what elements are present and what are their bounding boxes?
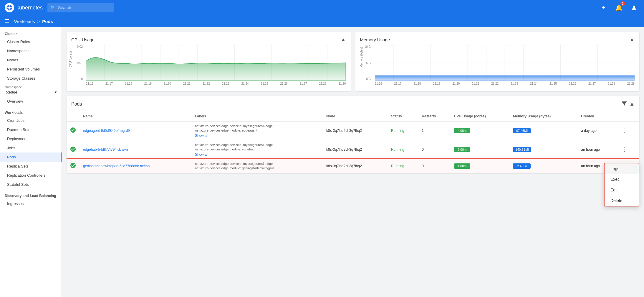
memory-chart-title: Memory Usage	[360, 37, 390, 42]
memory-y-axis: 10 Gi 5 Gi 0 Gi	[360, 45, 373, 81]
memory-x-tick-10: 21:26	[569, 82, 576, 85]
th-node: Node	[323, 111, 388, 122]
cpu-x-tick-4: 21:20	[164, 82, 171, 85]
cpu-x-tick-2: 21:18	[125, 82, 132, 85]
context-menu-item-exec[interactable]: Exec	[605, 174, 639, 185]
sidebar-item-persistent-volumes[interactable]: Persistent Volumes	[0, 65, 62, 74]
sidebar-item-jobs[interactable]: Jobs	[0, 143, 62, 152]
sidebar-item-ingresses[interactable]: Ingresses	[0, 199, 62, 208]
th-labels: Labels	[191, 111, 323, 122]
sidebar-item-storage-classes[interactable]: Storage Classes	[0, 74, 62, 83]
memory-x-tick-0: 21:16	[375, 82, 382, 85]
sidebar-item-namespaces[interactable]: Namespaces	[0, 46, 62, 55]
sidebar-item-deployments[interactable]: Deployments	[0, 134, 62, 143]
pod1-created: a day ago	[577, 122, 617, 140]
table-row: edgeagent-6d5df849bf-mgrd9 net.azure-dev…	[67, 122, 639, 140]
th-status-text: Status	[388, 111, 418, 122]
cpu-chart-plot	[86, 45, 346, 81]
cpu-chart-area: CPU (cores) 0.02 0.01 0	[71, 45, 346, 86]
sidebar-item-cluster-roles[interactable]: Cluster Roles	[0, 37, 62, 46]
pod3-restarts: 0	[418, 159, 450, 173]
th-restarts: Restarts	[418, 111, 450, 122]
memory-x-tick-8: 21:24	[530, 82, 537, 85]
pod2-status: Running	[388, 140, 418, 159]
pod2-status-icon	[67, 140, 80, 159]
pod1-node: k8s-3q7lhq2cl-3q7lhq2	[323, 122, 388, 140]
cpu-y-tick-2: 0	[81, 77, 83, 81]
cpu-x-tick-10: 21:26	[280, 82, 288, 85]
pod1-name-link[interactable]: edgeagent-6d5df849bf-mgrd9	[83, 129, 130, 133]
th-memory: Memory Usage (bytes)	[509, 111, 577, 122]
pod3-name-link[interactable]: gettingstartedwithgpus-6cd778868c-nxfmb	[83, 164, 150, 168]
breadcrumb-separator: >	[37, 19, 40, 24]
pod1-memory: 67.45Mi	[509, 122, 577, 140]
search-input[interactable]	[47, 3, 114, 12]
sidebar-item-overview[interactable]: Overview	[0, 97, 62, 106]
sidebar-item-daemon-sets[interactable]: Daemon Sets	[0, 125, 62, 134]
account-button[interactable]	[629, 2, 639, 13]
pod1-labels: net.azure-devices.edge.deviceid: myasegp…	[191, 122, 323, 140]
pod2-cpu: 2.00m	[451, 140, 510, 159]
filter-button[interactable]	[622, 101, 627, 107]
cpu-x-tick-9: 21:25	[261, 82, 268, 85]
breadcrumb-workloads[interactable]: Workloads	[14, 19, 35, 24]
sidebar-item-pods[interactable]: Pods	[0, 152, 62, 162]
memory-x-tick-3: 21:19	[433, 82, 440, 85]
cpu-x-tick-12: 21:28	[319, 82, 326, 85]
cpu-chart-collapse-button[interactable]: ▲	[341, 37, 346, 43]
pod3-cpu-value: 1.00m	[454, 163, 470, 169]
memory-x-tick-12: 21:28	[608, 82, 615, 85]
pod3-status-icon	[67, 159, 80, 173]
pod2-actions-button[interactable]: ⋮	[620, 146, 628, 153]
sidebar-item-stateful-sets[interactable]: Stateful Sets	[0, 180, 62, 189]
main-layout: Cluster Cluster Roles Namespaces Nodes P…	[0, 27, 644, 297]
pod1-cpu: 4.00m	[451, 122, 510, 140]
cpu-x-tick-1: 21:17	[105, 82, 113, 85]
memory-y-tick-0: 10 Gi	[365, 45, 372, 48]
cpu-x-axis: 21:16 21:17 21:18 21:19 21:20 21:21 21:2…	[86, 81, 346, 86]
memory-x-tick-9: 21:25	[549, 82, 557, 85]
context-menu-item-logs[interactable]: Logs	[605, 163, 639, 174]
memory-chart-area: Memory (bytes) 10 Gi 5 Gi 0 Gi	[360, 45, 635, 86]
pod3-cpu: 1.00m	[451, 159, 510, 173]
sidebar-item-replication-controllers[interactable]: Replication Controllers	[0, 171, 62, 180]
add-button[interactable]: +	[598, 2, 609, 13]
svg-point-10	[633, 6, 635, 8]
pod2-created: an hour ago	[577, 140, 617, 159]
pods-card: Pods ▲ Name Labels	[67, 96, 639, 173]
cpu-x-tick-0: 21:16	[86, 82, 93, 85]
namespace-value-row[interactable]: iotedge ▾	[5, 90, 57, 94]
context-menu-item-delete[interactable]: Delete	[605, 195, 639, 206]
th-cpu: CPU Usage (cores)	[451, 111, 510, 122]
memory-chart-collapse-button[interactable]: ▲	[629, 37, 635, 43]
pod3-node: k8s-3q7lhq2cl-3q7lhq2	[323, 159, 388, 173]
pods-title: Pods	[71, 101, 82, 107]
sidebar-item-cron-jobs[interactable]: Cron Jobs	[0, 116, 62, 125]
memory-y-tick-1: 5 Gi	[366, 61, 371, 65]
namespace-dropdown-icon: ▾	[55, 90, 57, 94]
pods-collapse-button[interactable]: ▲	[629, 101, 635, 107]
pod2-name-link[interactable]: edgehub-54d877f794-dcwvn	[83, 147, 128, 152]
pod2-name: edgehub-54d877f794-dcwvn	[80, 140, 191, 159]
notifications-button[interactable]: 🔔 3	[613, 2, 624, 13]
pod1-actions-button[interactable]: ⋮	[620, 127, 628, 134]
pod2-show-all-link[interactable]: Show all	[195, 152, 319, 157]
context-menu-item-edit[interactable]: Edit	[605, 185, 639, 195]
th-created: Created	[577, 111, 617, 122]
cpu-x-tick-11: 21:27	[299, 82, 307, 85]
sidebar-item-nodes[interactable]: Nodes	[0, 55, 62, 65]
cpu-x-tick-6: 21:22	[203, 82, 210, 85]
pod1-cpu-value: 4.00m	[454, 128, 470, 133]
pod1-status: Running	[388, 122, 418, 140]
breadcrumb-bar: ☰ Workloads > Pods	[0, 15, 644, 27]
pods-header-actions: ▲	[622, 101, 635, 107]
pods-header: Pods ▲	[67, 96, 639, 111]
th-actions	[617, 111, 639, 122]
pod1-show-all-link[interactable]: Show all	[195, 134, 319, 138]
sidebar-item-replica-sets[interactable]: Replica Sets	[0, 162, 62, 171]
memory-chart-card: Memory Usage ▲ Memory (bytes) 10 Gi 5 Gi…	[355, 32, 640, 91]
memory-x-tick-4: 21:20	[452, 82, 460, 85]
pod2-actions: ⋮	[617, 140, 639, 159]
cpu-x-tick-8: 21:24	[241, 82, 249, 85]
menu-icon[interactable]: ☰	[5, 18, 9, 24]
